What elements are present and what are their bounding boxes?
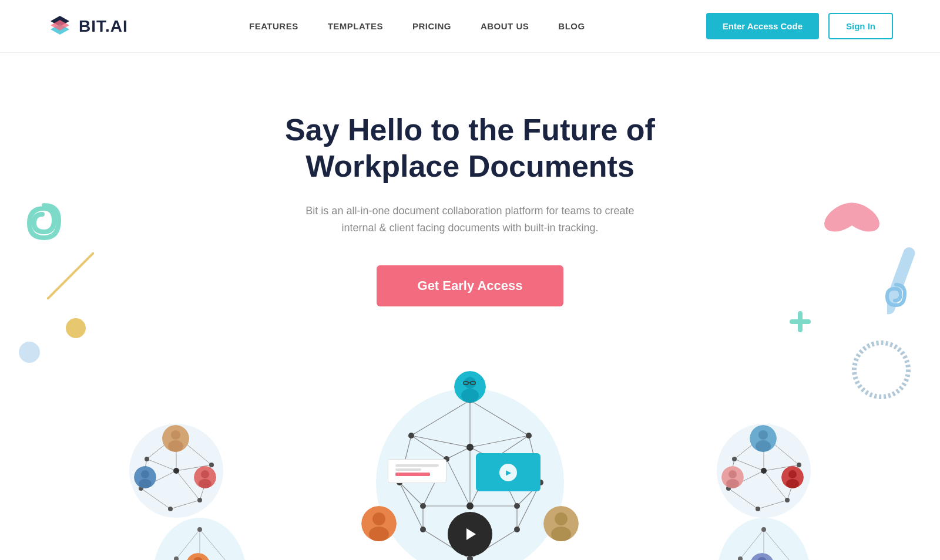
logo-icon — [47, 14, 73, 39]
svg-point-53 — [761, 468, 767, 474]
nav-actions: Enter Access Code Sign In — [706, 13, 893, 39]
video-card: ▶ — [476, 453, 540, 491]
svg-line-82 — [446, 447, 470, 459]
svg-point-54 — [785, 498, 790, 502]
svg-point-117 — [369, 527, 389, 541]
svg-point-31 — [171, 430, 180, 440]
svg-line-93 — [400, 483, 423, 506]
svg-point-58 — [758, 430, 768, 440]
svg-point-35 — [139, 479, 152, 488]
svg-point-52 — [732, 457, 737, 461]
svg-point-128 — [197, 527, 202, 532]
avatar-main-left — [361, 506, 397, 541]
avatar-main-right — [543, 506, 579, 541]
svg-line-49 — [758, 500, 787, 509]
hero-subtitle: Bit is an all-in-one document collaborat… — [288, 203, 652, 237]
svg-point-106 — [420, 527, 426, 532]
svg-point-56 — [756, 507, 760, 511]
svg-line-22 — [170, 500, 200, 509]
svg-point-29 — [168, 507, 173, 511]
illustration-area: ▶ — [0, 377, 940, 560]
svg-point-34 — [141, 470, 149, 478]
nav-pricing[interactable]: PRICING — [412, 21, 451, 31]
bottom-circle-right — [717, 518, 811, 560]
svg-line-66 — [470, 400, 529, 436]
play-icon — [462, 526, 478, 542]
svg-point-111 — [461, 389, 479, 403]
svg-point-120 — [551, 527, 571, 541]
hero-section: Say Hello to the Future of Workplace Doc… — [0, 53, 940, 342]
svg-point-101 — [466, 444, 474, 451]
doc-line-bar — [395, 473, 430, 476]
svg-point-116 — [372, 512, 385, 525]
svg-point-62 — [726, 479, 739, 488]
svg-marker-108 — [466, 528, 476, 540]
svg-point-119 — [555, 512, 568, 525]
svg-point-102 — [514, 503, 520, 509]
navbar: BIT.AI FEATURES TEMPLATES PRICING ABOUT … — [0, 0, 940, 53]
svg-point-61 — [728, 470, 737, 478]
svg-point-59 — [756, 440, 771, 452]
video-play-icon: ▶ — [499, 464, 517, 481]
doc-line-2 — [395, 468, 421, 471]
network-main: ▶ — [376, 389, 564, 560]
logo-text: BIT.AI — [79, 17, 128, 36]
nav-blog[interactable]: BLOG — [558, 21, 585, 31]
svg-point-65 — [786, 479, 799, 488]
svg-point-144 — [761, 527, 766, 532]
svg-point-64 — [788, 470, 797, 478]
bottom-circle-left — [153, 518, 247, 560]
enter-access-button[interactable]: Enter Access Code — [706, 13, 819, 39]
logo[interactable]: BIT.AI — [47, 14, 128, 39]
svg-point-103 — [420, 503, 426, 509]
svg-line-68 — [411, 400, 470, 436]
play-button[interactable] — [448, 512, 492, 556]
svg-point-38 — [199, 479, 212, 488]
svg-line-84 — [446, 459, 470, 506]
doc-line-1 — [395, 464, 439, 467]
sign-in-button[interactable]: Sign In — [828, 13, 893, 39]
svg-point-105 — [514, 527, 520, 532]
svg-line-21 — [141, 488, 170, 509]
avatar-main-top — [454, 371, 486, 403]
svg-point-95 — [526, 433, 532, 438]
svg-point-25 — [145, 457, 149, 461]
svg-point-4 — [19, 342, 40, 363]
svg-point-27 — [197, 498, 202, 502]
svg-point-104 — [466, 502, 474, 510]
network-right — [717, 424, 811, 518]
hero-title: Say Hello to the Future of Workplace Doc… — [206, 112, 734, 185]
svg-point-37 — [201, 470, 209, 478]
svg-line-48 — [728, 488, 758, 509]
svg-point-26 — [173, 468, 179, 474]
svg-point-32 — [168, 440, 183, 452]
svg-point-96 — [408, 433, 414, 438]
cta-button[interactable]: Get Early Access — [377, 265, 564, 306]
network-left — [129, 424, 223, 518]
nav-features[interactable]: FEATURES — [249, 21, 298, 31]
nav-links: FEATURES TEMPLATES PRICING ABOUT US BLOG — [249, 21, 585, 32]
deco-circle-blue — [18, 340, 41, 366]
nav-about[interactable]: ABOUT US — [481, 21, 529, 31]
doc-card — [388, 459, 446, 483]
nav-templates[interactable]: TEMPLATES — [328, 21, 383, 31]
svg-line-77 — [400, 483, 423, 529]
